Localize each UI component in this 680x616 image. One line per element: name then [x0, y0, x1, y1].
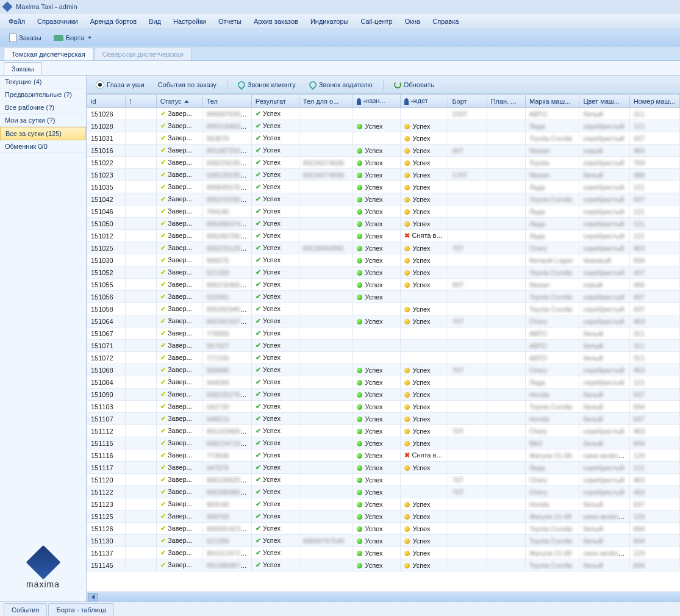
dispatch-tab-1[interactable]: Северская диспетчерская: [95, 48, 191, 60]
table-row[interactable]: 151072✔ Завер...771155✔ УспехАВТОбелый31…: [87, 352, 680, 364]
menu-8[interactable]: Call-центр: [354, 15, 398, 27]
column-header-5[interactable]: Тел для о...: [299, 95, 353, 108]
menu-0[interactable]: Файл: [2, 15, 31, 27]
table-row[interactable]: 151068✔ Завер...500846✔ УспехУспехУспех7…: [87, 364, 680, 376]
cell-priority: [126, 328, 157, 340]
table-row[interactable]: 151064✔ Завер...89234193701✔ УспехУспехУ…: [87, 315, 680, 328]
table-row[interactable]: 151117✔ Завер...547076✔ УспехУспехУспехЛ…: [87, 462, 680, 474]
cell-wait: Успех: [401, 120, 448, 132]
table-row[interactable]: 151137✔ Завер...89131197299✔ УспехУспехУ…: [87, 547, 680, 559]
table-row[interactable]: 151055✔ Завер...89521646598✔ УспехУспехУ…: [87, 279, 680, 291]
table-row[interactable]: 151058✔ Завер...89539294527✔ УспехУспехT…: [87, 303, 680, 315]
table-row[interactable]: 151031✔ Завер...563670✔ УспехУспехToyota…: [87, 132, 680, 145]
table-row[interactable]: 151026✔ Завер...89609703899✔ Успех220TАВ…: [87, 108, 680, 120]
sidebar-item-3[interactable]: Мои за сутки (?): [0, 114, 86, 127]
cell-plan: [487, 328, 525, 340]
menu-5[interactable]: Отчеты: [212, 15, 248, 27]
cell-plan: [487, 242, 525, 254]
column-header-0[interactable]: id: [87, 95, 126, 108]
eyes-ears-button[interactable]: Глаза и уши: [90, 78, 150, 91]
table-row[interactable]: 151016✔ Завер...89138725063✔ УспехУспехУ…: [87, 145, 680, 157]
table-row[interactable]: 151123✔ Завер...563140✔ УспехУспехУспехH…: [87, 498, 680, 510]
table-row[interactable]: 151050✔ Завер...89528037471✔ УспехУспехУ…: [87, 218, 680, 230]
menu-10[interactable]: Справка: [426, 15, 465, 27]
cell-board: [448, 510, 487, 523]
table-row[interactable]: 151112✔ Завер...89131040030✔ УспехУспехУ…: [87, 425, 680, 437]
boards-button[interactable]: Борта: [48, 32, 97, 44]
column-header-1[interactable]: !: [126, 95, 157, 108]
sidebar-item-4[interactable]: Все за сутки (125): [0, 127, 86, 140]
table-row[interactable]: 151126✔ Завер...89039142351✔ УспехУспехУ…: [87, 523, 680, 535]
table-row[interactable]: 151084✔ Завер...544284✔ УспехУспехУспехЛ…: [87, 376, 680, 389]
table-row[interactable]: 151145✔ Завер...89138036778✔ УспехУспехУ…: [87, 559, 680, 571]
refresh-button[interactable]: Обновить: [388, 79, 440, 91]
table-row[interactable]: 151030✔ Завер...998375✔ УспехУспехУспехR…: [87, 254, 680, 267]
cell-plan: [487, 206, 525, 218]
orders-grid[interactable]: id!СтатусТелРезультатТел для о... -назн.…: [87, 94, 680, 592]
cell-color: белый: [579, 535, 629, 547]
menu-3[interactable]: Вид: [143, 15, 167, 27]
table-row[interactable]: 151023✔ Завер...83822923515✔ Успех892342…: [87, 169, 680, 181]
table-row[interactable]: 151116✔ Завер...773836✔ УспехУспех✖ Снят…: [87, 449, 680, 462]
sidebar-item-5[interactable]: Обменник 0/0: [0, 140, 86, 153]
footer-tab-0[interactable]: События: [4, 603, 47, 616]
column-header-2[interactable]: Статус: [156, 95, 202, 108]
table-row[interactable]: 151122✔ Завер...89039508634✔ УспехУспех7…: [87, 486, 680, 498]
column-header-3[interactable]: Тел: [202, 95, 251, 108]
cell-nazn: Успех: [353, 254, 401, 267]
table-row[interactable]: 151125✔ Завер...988783✔ УспехУспехУспехЖ…: [87, 510, 680, 523]
cell-id: 151072: [87, 352, 126, 364]
logo-area: maxima: [0, 538, 86, 601]
footer-tab-1[interactable]: Борта - таблица: [48, 603, 114, 616]
tab-orders[interactable]: Заказы: [4, 62, 42, 75]
table-row[interactable]: 151115✔ Завер...83822471952✔ УспехУспехУ…: [87, 437, 680, 449]
table-row[interactable]: 151025✔ Завер...83822512869✔ Успех891384…: [87, 242, 680, 254]
menu-6[interactable]: Архив заказов: [248, 15, 304, 27]
cell-wait: [401, 291, 448, 303]
table-row[interactable]: 151090✔ Завер...83822527501✔ УспехУспехУ…: [87, 389, 680, 401]
horizontal-scrollbar[interactable]: [87, 592, 680, 601]
table-row[interactable]: 151042✔ Завер...89521520072✔ УспехУспехУ…: [87, 193, 680, 206]
cell-id: 151064: [87, 315, 126, 328]
column-header-12[interactable]: Номер маш...: [629, 95, 679, 108]
column-header-9[interactable]: План. ...: [487, 95, 525, 108]
column-header-6[interactable]: -назн...: [353, 95, 401, 108]
menu-4[interactable]: Настройки: [167, 15, 212, 27]
column-header-7[interactable]: -ждет: [401, 95, 448, 108]
table-row[interactable]: 151052✔ Завер...521320✔ УспехУспехУспехT…: [87, 267, 680, 279]
cell-result: ✔ Успех: [251, 242, 299, 254]
cell-nazn: Успех: [353, 535, 401, 547]
sidebar-item-0[interactable]: Текущие (4): [0, 76, 86, 88]
table-row[interactable]: 151035✔ Завер...89069557082✔ УспехУспехУ…: [87, 181, 680, 193]
table-row[interactable]: 151067✔ Завер...776909✔ УспехАВТОбелый31…: [87, 328, 680, 340]
orders-button[interactable]: Заказы: [4, 31, 47, 45]
table-row[interactable]: 151103✔ Завер...542720✔ УспехУспехУспехT…: [87, 401, 680, 413]
scroll-left-button[interactable]: [88, 593, 98, 601]
table-row[interactable]: 151071✔ Завер...567027✔ УспехАВТОбелый31…: [87, 340, 680, 352]
table-row[interactable]: 151130✔ Завер...521399✔ Успех89609797540…: [87, 535, 680, 547]
table-row[interactable]: 151046✔ Завер...784145✔ УспехУспехУспехЛ…: [87, 206, 680, 218]
table-row[interactable]: 151028✔ Завер...89521640396✔ УспехУспехУ…: [87, 120, 680, 132]
sidebar-item-2[interactable]: Все рабочие (?): [0, 101, 86, 114]
column-header-10[interactable]: Марка маш...: [525, 95, 579, 108]
cell-tel2: [299, 510, 353, 523]
menu-1[interactable]: Справочники: [31, 15, 84, 27]
call-driver-button[interactable]: Звонок водителю: [304, 79, 378, 91]
column-header-8[interactable]: Борт: [448, 95, 487, 108]
menu-2[interactable]: Аренда бортов: [84, 15, 143, 27]
menu-7[interactable]: Индикаторы: [304, 15, 355, 27]
table-row[interactable]: 151107✔ Завер...546515✔ УспехУспехУспехH…: [87, 413, 680, 425]
column-header-4[interactable]: Результат: [251, 95, 299, 108]
table-row[interactable]: 151056✔ Завер...522941✔ УспехУспехToyota…: [87, 291, 680, 303]
table-row[interactable]: 151012✔ Завер...89528070515✔ УспехУспех✖…: [87, 230, 680, 242]
cell-result: ✔ Успех: [251, 279, 299, 291]
table-row[interactable]: 151120✔ Завер...89610982531✔ УспехУспех7…: [87, 474, 680, 486]
call-client-button[interactable]: Звонок клиенту: [232, 79, 301, 91]
table-row[interactable]: 151022✔ Завер...83822923515✔ Успех892342…: [87, 157, 680, 169]
cell-nazn: Успех: [353, 413, 401, 425]
order-events-button[interactable]: События по заказу: [152, 79, 222, 91]
sidebar-item-1[interactable]: Предварительные (?): [0, 88, 86, 101]
menu-9[interactable]: Окна: [399, 15, 427, 27]
dispatch-tab-0[interactable]: Томская диспетчерская: [4, 48, 93, 60]
column-header-11[interactable]: Цвет маш...: [579, 95, 629, 108]
